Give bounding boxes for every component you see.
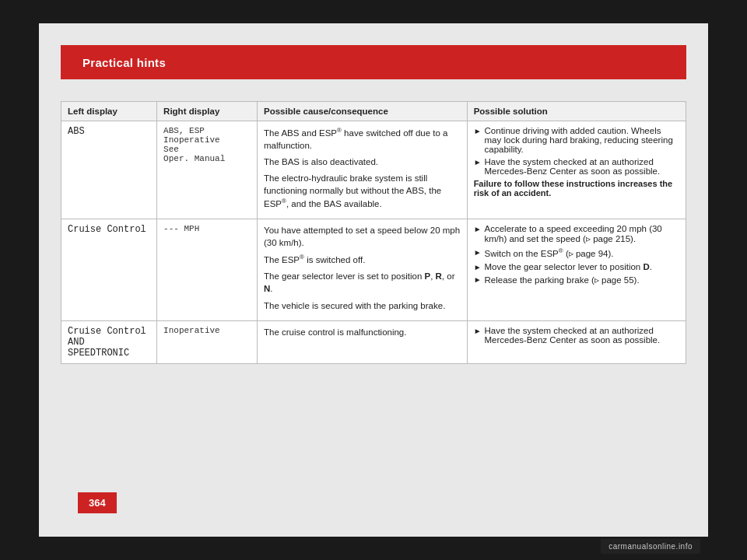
- main-table: Left display Right display Possible caus…: [61, 101, 686, 364]
- right-display-abs: ABS, ESPInoperativeSeeOper. Manual: [157, 121, 258, 219]
- col-header-right: Right display: [157, 102, 258, 121]
- cause-abs: The ABS and ESP® have switched off due t…: [258, 121, 468, 219]
- header-bar: Practical hints: [61, 45, 686, 79]
- table-row: ABS ABS, ESPInoperativeSeeOper. Manual T…: [61, 121, 686, 219]
- right-display-cruise: --- MPH: [157, 219, 258, 320]
- bullet-arrow: ►: [474, 225, 482, 244]
- col-header-solution: Possible solution: [467, 102, 686, 121]
- table-row: Cruise Control --- MPH You have attempte…: [61, 219, 686, 320]
- page: Practical hints Left display Right displ…: [39, 23, 708, 537]
- solution-cruise: ► Accelerate to a speed exceeding 20 mph…: [467, 219, 686, 320]
- solution-abs: ► Continue driving with added caution. W…: [467, 121, 686, 219]
- bullet-arrow: ►: [474, 263, 482, 271]
- bullet-arrow: ►: [474, 248, 482, 259]
- left-display-cruise: Cruise Control: [61, 219, 157, 320]
- solution-speedtronic: ► Have the system checked at an authoriz…: [467, 320, 686, 363]
- cause-speedtronic: The cruise control is malfunctioning.: [258, 320, 468, 363]
- page-title: Practical hints: [82, 56, 166, 69]
- table-container: Left display Right display Possible caus…: [61, 101, 686, 364]
- left-display-abs: ABS: [61, 121, 157, 219]
- cause-cruise: You have attempted to set a speed below …: [258, 219, 468, 320]
- table-row: Cruise ControlAND SPEEDTRONIC Inoperativ…: [61, 320, 686, 363]
- left-display-speedtronic: Cruise ControlAND SPEEDTRONIC: [61, 320, 157, 363]
- bullet-arrow: ►: [474, 158, 482, 176]
- bullet-arrow: ►: [474, 127, 482, 154]
- bullet-arrow: ►: [474, 275, 482, 285]
- watermark: carmanualsonline.info: [601, 539, 700, 554]
- page-number: 364: [78, 492, 117, 513]
- bullet-arrow: ►: [474, 327, 482, 345]
- col-header-left: Left display: [61, 102, 157, 121]
- col-header-cause: Possible cause/consequence: [258, 102, 468, 121]
- right-display-speedtronic: Inoperative: [157, 320, 258, 363]
